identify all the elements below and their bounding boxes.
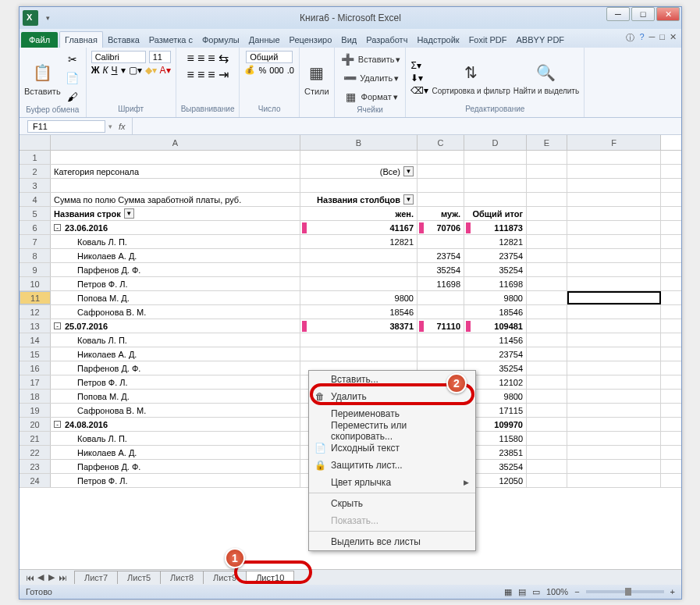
sheet-tab[interactable]: Лист5 (117, 571, 161, 584)
cell[interactable]: -24.08.2016 (51, 418, 300, 431)
inner-restore-icon[interactable]: □ (659, 32, 665, 44)
cell[interactable] (567, 474, 661, 487)
insert-tab[interactable]: Вставка (103, 32, 144, 48)
cell[interactable]: Коваль Л. П. (51, 235, 300, 248)
percent-icon[interactable]: % (258, 66, 266, 75)
cell[interactable] (527, 446, 567, 459)
cell[interactable] (567, 235, 661, 248)
find-select-button[interactable]: 🔍 Найти и выделить (513, 60, 579, 95)
ctx-move[interactable]: Переместить или скопировать... (309, 422, 475, 440)
zoom-out-icon[interactable]: − (574, 587, 579, 596)
ribbon-min-icon[interactable]: ⓘ (626, 32, 634, 44)
tab-nav-prev[interactable]: ◀ (35, 572, 46, 582)
cell[interactable]: 18546 (464, 305, 527, 319)
maximize-button[interactable]: □ (631, 7, 655, 21)
qat-dropdown[interactable]: ▾ (46, 14, 54, 22)
cell[interactable] (567, 460, 661, 473)
cell[interactable]: 12821 (300, 235, 418, 248)
cell[interactable] (300, 151, 418, 164)
cell[interactable] (51, 151, 300, 164)
cell[interactable]: -23.06.2016 (51, 221, 300, 234)
filter-dropdown-icon[interactable]: ▼ (124, 208, 134, 219)
cell[interactable]: Петров Ф. Л. (51, 277, 300, 290)
cell[interactable]: Николаев А. Д. (51, 446, 300, 459)
filter-dropdown-icon[interactable]: ▼ (403, 166, 414, 176)
fill-down-icon[interactable]: ⬇▾ (410, 73, 428, 84)
underline-button[interactable]: Ч (112, 65, 118, 76)
copy-icon[interactable]: 📄 (64, 69, 81, 87)
cell[interactable] (527, 361, 567, 375)
cell[interactable]: 38371 (300, 319, 418, 333)
cell[interactable]: 109481 (464, 319, 527, 333)
cell[interactable] (567, 390, 661, 403)
cell[interactable] (527, 193, 567, 206)
row-header[interactable]: 17 (20, 375, 51, 389)
cell[interactable] (567, 151, 661, 164)
zoom-in-icon[interactable]: + (670, 587, 675, 596)
tab-nav-last[interactable]: ⏭ (57, 573, 68, 582)
view-tab[interactable]: Вид (336, 32, 361, 48)
row-header[interactable]: 24 (20, 474, 51, 487)
cell[interactable]: Петров Ф. Л. (51, 375, 300, 389)
row-header[interactable]: 9 (20, 263, 51, 276)
cell[interactable] (527, 432, 567, 445)
cell[interactable] (527, 291, 567, 304)
cell[interactable]: Общий итог (464, 207, 527, 220)
cell[interactable] (527, 235, 567, 248)
border-button[interactable]: ▢▾ (129, 65, 142, 76)
cell[interactable]: 18546 (300, 305, 418, 319)
cell[interactable] (527, 404, 567, 417)
cell[interactable] (300, 277, 418, 290)
cell[interactable]: 9800 (300, 291, 418, 304)
cell[interactable] (567, 333, 661, 347)
cell[interactable] (567, 165, 661, 178)
ctx-protect[interactable]: 🔒Защитить лист... (309, 457, 475, 474)
cell[interactable] (527, 249, 567, 262)
cell[interactable] (527, 460, 567, 473)
cell[interactable]: Названия строк▼ (51, 207, 300, 220)
cell[interactable] (567, 361, 661, 375)
number-format[interactable]: Общий (246, 51, 293, 63)
row-header[interactable]: 14 (20, 333, 51, 347)
inner-min-icon[interactable]: ─ (649, 32, 656, 44)
col-header[interactable]: C (418, 135, 464, 150)
cell[interactable]: 41167 (300, 221, 418, 234)
cell[interactable]: Категория персонала (51, 165, 300, 178)
cell[interactable]: жен. (300, 207, 418, 220)
cell[interactable] (418, 165, 464, 178)
cell[interactable] (567, 221, 661, 234)
row-header[interactable]: 15 (20, 347, 51, 361)
row-header[interactable]: 12 (20, 305, 51, 319)
inc-dec-icon[interactable]: .0 (287, 66, 294, 75)
select-all-corner[interactable] (20, 135, 51, 150)
minimize-button[interactable]: ─ (606, 7, 630, 21)
cell[interactable] (527, 474, 567, 487)
view-layout-icon[interactable]: ▤ (518, 587, 526, 597)
cell[interactable]: Коваль Л. П. (51, 333, 300, 347)
cell[interactable] (527, 165, 567, 178)
cell[interactable] (464, 151, 527, 164)
cell[interactable]: Сафронова В. М. (51, 404, 300, 417)
cell[interactable] (567, 347, 661, 361)
cell[interactable] (527, 418, 567, 431)
formulas-tab[interactable]: Формулы (197, 32, 244, 48)
cell[interactable]: 35254 (418, 263, 464, 276)
cell[interactable] (567, 207, 661, 220)
cell[interactable]: Попова М. Д. (51, 390, 300, 403)
zoom-level[interactable]: 100% (546, 587, 568, 596)
cell[interactable] (300, 347, 418, 361)
row-header[interactable]: 3 (20, 179, 51, 192)
sort-filter-button[interactable]: ⇅ Сортировка и фильтр (432, 60, 510, 95)
col-header[interactable]: A (51, 135, 300, 150)
cell[interactable] (567, 418, 661, 431)
cell[interactable]: 11456 (464, 333, 527, 347)
inner-close-icon[interactable]: ✕ (670, 32, 677, 44)
format-painter-icon[interactable]: 🖌 (64, 88, 81, 105)
comma-icon[interactable]: 000 (269, 66, 283, 75)
col-header[interactable]: B (300, 135, 418, 150)
cell[interactable] (527, 263, 567, 276)
row-header[interactable]: 6 (20, 221, 51, 234)
row-header[interactable]: 19 (20, 404, 51, 417)
cell[interactable]: 23754 (464, 347, 527, 361)
cell[interactable] (418, 305, 464, 319)
